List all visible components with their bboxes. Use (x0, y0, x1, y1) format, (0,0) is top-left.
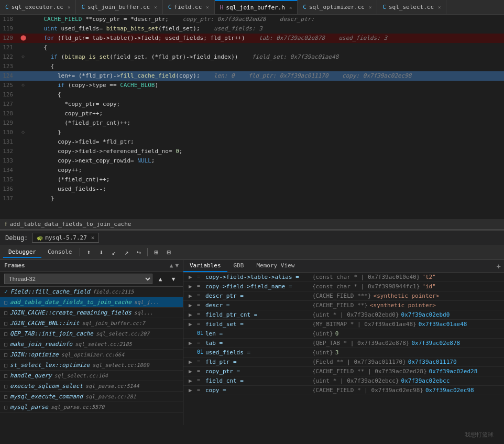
line-code: } (28, 194, 504, 203)
var-expand-arrow[interactable]: ▶ (189, 293, 195, 299)
line-code: copy->field= *fld_ptr; (28, 137, 504, 147)
variable-row[interactable]: ▶=descr = {CACHE_FIELD **} <synthetic po… (183, 301, 504, 310)
tab-close-btn[interactable]: × (369, 5, 371, 10)
line-code: copy_ptr++; (28, 109, 504, 118)
variable-row[interactable]: ▶=copy_ptr = {CACHE_FIELD ** | 0x7f39ac0… (183, 367, 504, 376)
var-expand-arrow[interactable]: ▶ (189, 359, 195, 365)
var-type-icon: = (197, 311, 203, 317)
frame-name: Field::fill_cache_field (10, 288, 90, 295)
vars-list: ▶=copy->field->table->alias = {const cha… (183, 273, 504, 425)
frame-item[interactable]: □execute_sqlcom_select sql_parse.cc:5144 (0, 381, 183, 392)
tab-close-btn[interactable]: × (206, 5, 209, 10)
var-type: {const char * | 0x7f3998944fc1} (312, 283, 420, 290)
frame-item[interactable]: □make_join_readinfo sql_select.cc:2185 (0, 339, 183, 350)
frame-item[interactable]: □QEP_TAB::init_join_cache sql_select.cc:… (0, 329, 183, 339)
frame-item[interactable]: □add_table_data_fields_to_join_cache sql… (0, 297, 183, 308)
var-type-icon: = (197, 387, 203, 393)
var-expand-arrow[interactable]: ▶ (189, 274, 195, 280)
toolbar-btn-resume[interactable]: ↪ (133, 246, 145, 258)
tab-console[interactable]: Console (42, 247, 77, 258)
code-line-135: 135 (*field_cnt)++; (0, 175, 504, 185)
frame-item[interactable]: □handle_query sql_select.cc:164 (0, 371, 183, 381)
code-line-121: 121 { (0, 43, 504, 52)
variable-row[interactable]: ▶=tab = {QEP_TAB * | 0x7f39ac02e878} 0x7… (183, 339, 504, 348)
variable-row[interactable]: ▶=field_cnt = {uint * | 0x7f39ac02ebcc} … (183, 376, 504, 386)
frame-dot-icon: □ (4, 299, 7, 305)
frame-item[interactable]: □JOIN_CACHE::create_remaining_fields sql… (0, 308, 183, 318)
session-icon: 🐢 (37, 235, 43, 241)
code-line-125: 125◇ if (copy->type == CACHE_BLOB) (0, 81, 504, 90)
tab-sql-select-cc[interactable]: C sql_select.cc × (377, 0, 446, 14)
line-number: 125 (0, 81, 18, 90)
tab-gdb[interactable]: GDB (227, 260, 250, 272)
tab-close-btn[interactable]: × (68, 5, 70, 10)
frame-item[interactable]: □mysql_parse sql_parse.cc:5570 (0, 402, 183, 413)
variable-row[interactable]: ▶=copy = {CACHE_FIELD * | 0x7f39ac02ec98… (183, 386, 504, 395)
frame-nav-up[interactable]: ▲ (155, 274, 166, 284)
line-marker (18, 118, 28, 128)
line-code: uint used_fields= bitmap_bits_set(field_… (28, 24, 504, 34)
toolbar-btn-step-out[interactable]: ↗ (120, 246, 132, 258)
tab-memory-view[interactable]: Memory View (250, 260, 301, 272)
variable-row[interactable]: ▶=copy->field->table->alias = {const cha… (183, 273, 504, 282)
session-close[interactable]: × (91, 234, 95, 241)
tab-sql-join-buffer-h[interactable]: H sql_join_buffer.h × (215, 0, 298, 14)
frame-item[interactable]: □mysql_execute_command sql_parse.cc:281 (0, 392, 183, 402)
tab-sql-join-buffer-cc[interactable]: C sql_join_buffer.cc × (76, 0, 162, 14)
var-type-icon: = (197, 340, 203, 345)
variable-row[interactable]: 01len = {uint} 0 (183, 329, 504, 339)
frame-item[interactable]: □JOIN::optimize sql_optimizer.cc:664 (0, 350, 183, 360)
tab-sql-optimizer-cc[interactable]: C sql_optimizer.cc × (298, 0, 377, 14)
var-expand-arrow[interactable]: ▶ (189, 321, 195, 328)
var-name: tab = (205, 340, 310, 346)
var-expand-arrow[interactable]: ▶ (189, 368, 195, 375)
toolbar-btn-down[interactable]: ⬇ (95, 246, 107, 258)
var-type: {uint} (312, 330, 333, 337)
toolbar-btn-mem[interactable]: ⊞ (150, 246, 162, 258)
var-expand-arrow[interactable]: ▶ (189, 311, 195, 318)
code-line-129: 129 (*field_ptr_cnt)++; (0, 118, 504, 128)
tab-close-btn[interactable]: × (289, 5, 292, 10)
frame-nav-down[interactable]: ▼ (168, 274, 179, 284)
code-line-132: 132 copy->field->referenced_field_no= 0; (0, 147, 504, 156)
line-marker (18, 147, 28, 156)
file-c-icon: C (303, 4, 306, 10)
toolbar-btn-grid[interactable]: ⊟ (163, 246, 174, 258)
var-type: {CACHE_FIELD * | 0x7f39ac02ec98} (312, 387, 423, 394)
toolbar-btn-step-into[interactable]: ↙ (108, 246, 119, 258)
var-expand-arrow[interactable]: ▶ (189, 387, 195, 394)
toolbar-btn-up[interactable]: ⬆ (83, 246, 94, 258)
var-expand-arrow[interactable]: ▶ (189, 377, 195, 384)
var-expand-arrow[interactable]: ▶ (189, 302, 195, 309)
frame-item[interactable]: ✓Field::fill_cache_field field.cc:2115 (0, 287, 183, 297)
frame-item[interactable]: □JOIN_CACHE_BNL::init sql_join_buffer.cc… (0, 318, 183, 329)
frame-file: sql_select.cc:2185 (75, 341, 132, 347)
line-marker (18, 166, 28, 175)
var-expand-arrow[interactable]: ▶ (189, 340, 195, 346)
variable-row[interactable]: ▶=field_ptr_cnt = {uint * | 0x7f39ac02eb… (183, 310, 504, 320)
tab-variables[interactable]: Variables (183, 260, 227, 272)
tab-sql-executor[interactable]: C sql_executor.cc × (0, 0, 76, 14)
line-number: 135 (0, 175, 18, 185)
variable-row[interactable]: ▶=copy->field->field_name = {const char … (183, 282, 504, 291)
tab-close-btn[interactable]: × (438, 5, 441, 10)
variable-row[interactable]: ▶=descr_ptr = {CACHE_FIELD ***} <synthet… (183, 291, 504, 301)
frame-dot-icon: □ (4, 310, 7, 316)
debug-session-tab[interactable]: 🐢 mysql-5.7.27 × (32, 233, 99, 243)
tab-close-btn[interactable]: × (154, 5, 157, 10)
var-expand-arrow[interactable]: ▶ (189, 283, 195, 290)
var-type-icon: = (197, 283, 203, 289)
tab-debugger[interactable]: Debugger (3, 247, 41, 258)
variable-row[interactable]: ▶=field_set = {MY_BITMAP * | 0x7f39ac01a… (183, 320, 504, 329)
frame-name: st_select_lex::optimize (10, 362, 90, 369)
frames-nav-up[interactable]: ▲ (170, 262, 173, 269)
thread-dropdown[interactable]: Thread-32 (4, 274, 152, 284)
frames-nav-down[interactable]: ▼ (175, 262, 179, 269)
variable-row[interactable]: 01used_fields = {uint} 3 (183, 348, 504, 358)
vars-add-button[interactable]: + (494, 261, 504, 272)
function-icon: f (4, 221, 8, 228)
variable-row[interactable]: ▶=fld_ptr = {Field ** | 0x7f39ac011170} … (183, 358, 504, 367)
tab-field-cc[interactable]: C field.cc × (163, 0, 215, 14)
var-type: {QEP_TAB * | 0x7f39ac02e878} (312, 340, 409, 346)
frame-item[interactable]: □st_select_lex::optimize sql_select.cc:1… (0, 360, 183, 371)
